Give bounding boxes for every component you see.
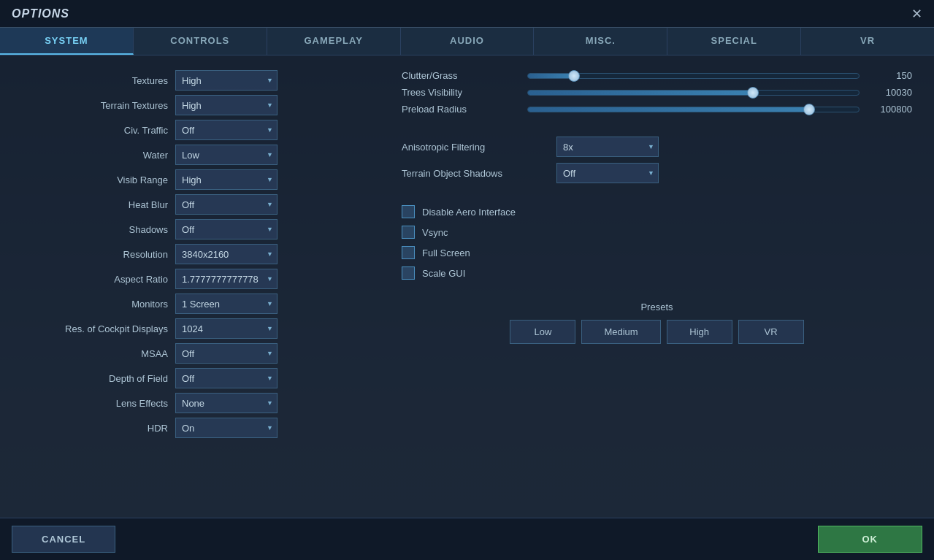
checkbox-scale-gui[interactable]	[402, 266, 415, 280]
tab-audio[interactable]: AUDIO	[401, 28, 535, 55]
label-civ-traffic: Civ. Traffic	[22, 125, 168, 136]
label-water: Water	[22, 150, 168, 161]
label-aspect-ratio: Aspect Ratio	[22, 274, 168, 285]
setting-row-terrain-textures: Terrain Textures HighMediumLow	[22, 95, 372, 115]
select-shadows-wrapper: OffOn	[175, 219, 277, 239]
tab-controls[interactable]: CONTROLS	[134, 28, 267, 55]
select-msaa-wrapper: Off2x4x	[175, 343, 277, 364]
label-anisotropic: Anisotropic Filtering	[402, 142, 548, 153]
label-dof: Depth of Field	[22, 373, 168, 384]
setting-row-lens-effects: Lens Effects NoneLowHigh	[22, 393, 372, 413]
select-textures-wrapper: HighMediumLow	[175, 70, 277, 91]
right-panel: Clutter/Grass 150 Trees Visibility 10030	[402, 70, 912, 503]
presets-label: Presets	[640, 302, 673, 312]
select-terrain-shadows[interactable]: OffOn	[556, 163, 659, 183]
checkbox-fullscreen[interactable]	[402, 246, 415, 259]
select-cockpit-res[interactable]: 10245122048	[175, 318, 277, 339]
slider-track-preload[interactable]	[527, 107, 860, 112]
slider-fill-clutter	[528, 74, 574, 78]
label-shadows: Shadows	[22, 224, 168, 235]
select-cockpit-res-wrapper: 10245122048	[175, 318, 277, 339]
checkbox-row-aero: Disable Aero Interface	[402, 205, 912, 218]
select-hdr[interactable]: OnOff	[175, 418, 277, 438]
label-vsync: Vsync	[422, 227, 448, 238]
bottom-bar: CANCEL OK	[0, 518, 934, 560]
select-textures[interactable]: HighMediumLow	[175, 70, 277, 91]
select-terrain-textures-wrapper: HighMediumLow	[175, 95, 277, 115]
title-bar: OPTIONS ✕	[0, 0, 934, 28]
slider-row-trees: Trees Visibility 10030	[402, 87, 912, 98]
presets-buttons: Low Medium High VR	[510, 320, 803, 344]
setting-row-water: Water LowHigh	[22, 145, 372, 165]
ok-button[interactable]: OK	[818, 526, 923, 553]
checkbox-row-fullscreen: Full Screen	[402, 246, 912, 259]
tab-misc[interactable]: MISC.	[534, 28, 667, 55]
setting-row-heat-blur: Heat Blur OffOn	[22, 194, 372, 215]
preset-low-button[interactable]: Low	[510, 320, 575, 344]
main-content: Textures HighMediumLow Terrain Textures …	[0, 55, 934, 518]
window-title: OPTIONS	[12, 7, 69, 20]
label-resolution: Resolution	[22, 249, 168, 260]
select-hdr-wrapper: OnOff	[175, 418, 277, 438]
label-trees: Trees Visibility	[402, 87, 518, 98]
preset-vr-button[interactable]: VR	[738, 320, 804, 344]
setting-row-shadows: Shadows OffOn	[22, 219, 372, 239]
slider-thumb-preload	[803, 104, 815, 115]
select-anisotropic[interactable]: 8x4x2xOff	[556, 137, 659, 157]
checkboxes-section: Disable Aero Interface Vsync Full Screen…	[402, 205, 912, 280]
select-msaa[interactable]: Off2x4x	[175, 343, 277, 364]
label-heat-blur: Heat Blur	[22, 199, 168, 210]
tab-vr[interactable]: VR	[801, 28, 934, 55]
label-scale-gui: Scale GUI	[422, 268, 465, 279]
slider-track-clutter[interactable]	[527, 73, 860, 79]
preset-medium-button[interactable]: Medium	[581, 320, 660, 344]
tab-special[interactable]: SPECIAL	[667, 28, 801, 55]
select-dof[interactable]: OffOn	[175, 368, 277, 388]
select-resolution-wrapper: 3840x21601920x1080	[175, 244, 277, 264]
select-resolution[interactable]: 3840x21601920x1080	[175, 244, 277, 264]
tab-system[interactable]: SYSTEM	[0, 28, 134, 55]
select-water-wrapper: LowHigh	[175, 145, 277, 165]
right-dropdowns-section: Anisotropic Filtering 8x4x2xOff Terrain …	[402, 137, 912, 183]
label-lens-effects: Lens Effects	[22, 398, 168, 409]
slider-fill-preload	[528, 107, 809, 112]
slider-track-trees[interactable]	[527, 90, 860, 96]
checkbox-aero[interactable]	[402, 205, 415, 218]
value-clutter: 150	[868, 70, 912, 81]
select-water[interactable]: LowHigh	[175, 145, 277, 165]
select-shadows[interactable]: OffOn	[175, 219, 277, 239]
select-heat-blur[interactable]: OffOn	[175, 194, 277, 215]
label-fullscreen: Full Screen	[422, 248, 470, 258]
slider-thumb-clutter	[568, 70, 580, 82]
label-hdr: HDR	[22, 423, 168, 434]
select-dof-wrapper: OffOn	[175, 368, 277, 388]
close-button[interactable]: ✕	[911, 7, 922, 20]
select-civ-traffic[interactable]: OffOn	[175, 120, 277, 140]
select-monitors[interactable]: 1 Screen2 Screens3 Screens	[175, 294, 277, 314]
setting-row-hdr: HDR OnOff	[22, 418, 372, 438]
preset-high-button[interactable]: High	[667, 320, 732, 344]
label-monitors: Monitors	[22, 299, 168, 310]
select-anisotropic-wrapper: 8x4x2xOff	[556, 137, 659, 157]
select-lens-effects[interactable]: NoneLowHigh	[175, 393, 277, 413]
tab-gameplay[interactable]: GAMEPLAY	[267, 28, 401, 55]
select-visib-range-wrapper: HighMediumLow	[175, 169, 277, 190]
slider-row-preload: Preload Radius 100800	[402, 104, 912, 115]
label-visib-range: Visib Range	[22, 174, 168, 185]
sliders-section: Clutter/Grass 150 Trees Visibility 10030	[402, 70, 912, 115]
dropdown-row-anisotropic: Anisotropic Filtering 8x4x2xOff	[402, 137, 912, 157]
select-visib-range[interactable]: HighMediumLow	[175, 169, 277, 190]
select-aspect-ratio[interactable]: 1.7777777777778	[175, 269, 277, 289]
setting-row-civ-traffic: Civ. Traffic OffOn	[22, 120, 372, 140]
slider-row-clutter: Clutter/Grass 150	[402, 70, 912, 81]
value-preload: 100800	[868, 104, 912, 115]
setting-row-msaa: MSAA Off2x4x	[22, 343, 372, 364]
checkbox-vsync[interactable]	[402, 226, 415, 239]
label-clutter: Clutter/Grass	[402, 70, 518, 81]
left-panel: Textures HighMediumLow Terrain Textures …	[22, 70, 372, 503]
setting-row-cockpit-res: Res. of Cockpit Displays 10245122048	[22, 318, 372, 339]
value-trees: 10030	[868, 87, 912, 98]
select-terrain-textures[interactable]: HighMediumLow	[175, 95, 277, 115]
cancel-button[interactable]: CANCEL	[12, 526, 115, 553]
select-lens-effects-wrapper: NoneLowHigh	[175, 393, 277, 413]
